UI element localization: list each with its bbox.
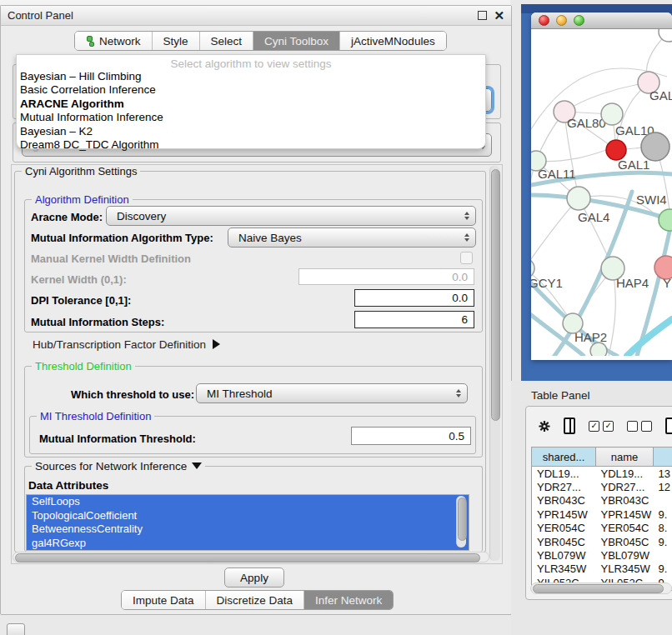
tab-discretize-data[interactable]: Discretize Data (206, 591, 305, 609)
settings-vscrollbar-thumb[interactable] (491, 169, 500, 421)
kernel-width-field[interactable]: 0.0 (298, 268, 474, 285)
table-column-header[interactable]: shared... (532, 448, 596, 467)
select-all-columns-icon[interactable]: ✓✓ (589, 421, 614, 432)
apply-button[interactable]: Apply (224, 568, 284, 588)
table-cell[interactable]: YER054C (596, 522, 654, 535)
tab-impute-data[interactable]: Impute Data (122, 591, 206, 609)
deselect-all-columns-icon[interactable] (627, 421, 652, 432)
hub-definition-toggle[interactable]: Hub/Transcription Factor Definition (33, 338, 220, 351)
highlighted-edge[interactable] (627, 319, 672, 356)
sources-toggle[interactable]: Sources for Network Inference (32, 460, 205, 472)
table-cell[interactable]: YPR145W (596, 508, 654, 521)
table-cell[interactable]: YER054C (532, 522, 596, 535)
table-row[interactable]: YBR043CYBR043C (532, 494, 672, 508)
dpi-tolerance-field[interactable]: 0.0 (354, 289, 474, 307)
network-view-frame: GALGAL80GAL10GAL1GAL11GAL4SWI4GCY1HAP4YH… (521, 4, 672, 381)
aracne-mode-combobox[interactable]: Discovery (106, 206, 476, 226)
network-window-titlebar[interactable] (531, 12, 672, 29)
mi-algorithm-type-combobox[interactable]: Naive Bayes (228, 228, 476, 248)
settings-hscrollbar-thumb[interactable] (15, 553, 480, 562)
network-node-swi4[interactable] (659, 209, 672, 231)
zoom-traffic-light-icon[interactable] (574, 15, 584, 26)
table-row[interactable]: YER054CYER054C8. (532, 522, 672, 535)
table-cell[interactable]: 9. (654, 562, 672, 576)
table-cell[interactable]: 12 (654, 480, 672, 493)
mi-threshold-field[interactable]: 0.5 (351, 427, 471, 445)
close-icon[interactable]: ✕ (494, 12, 504, 20)
table-cell[interactable]: YDR27... (596, 480, 654, 493)
table-cell[interactable]: 8. (654, 522, 672, 535)
table-cell[interactable]: YDL19... (532, 467, 596, 481)
stepper-icon (464, 233, 469, 242)
which-threshold-combobox[interactable]: MI Threshold (196, 383, 468, 403)
table-cell[interactable]: YBR043C (532, 494, 596, 508)
table-cell[interactable]: YPR145W (532, 508, 596, 521)
tab-cyni-toolbox[interactable]: Cyni Toolbox (253, 32, 340, 50)
tab-select[interactable]: Select (200, 32, 254, 50)
table-cell[interactable]: YBR043C (596, 494, 654, 508)
table-cell[interactable]: YBR045C (596, 535, 654, 548)
mi-steps-field[interactable]: 6 (354, 311, 474, 328)
column-layout-icon[interactable] (564, 418, 575, 434)
table-row[interactable]: YDR27...YDR27...12 (532, 480, 672, 493)
close-traffic-light-icon[interactable] (539, 15, 549, 26)
table-cell[interactable]: 9. (654, 508, 672, 521)
table-row[interactable]: YPR145WYPR145W9. (532, 508, 672, 521)
minimize-traffic-light-icon[interactable] (556, 15, 567, 26)
attributes-list-scrollbar[interactable] (456, 496, 466, 548)
table-panel-title: Table Panel (531, 389, 590, 402)
tab-style[interactable]: Style (153, 32, 200, 50)
table-column-header[interactable]: name (596, 448, 654, 467)
table-cell[interactable]: YDR27... (532, 480, 596, 493)
gear-icon[interactable] (539, 418, 550, 434)
table-hscrollbar[interactable] (530, 582, 672, 594)
table-cell[interactable]: YBL079W (532, 548, 596, 562)
table-column-header[interactable]: A (654, 448, 672, 467)
table-cell[interactable]: YDL19... (596, 467, 654, 481)
table-cell[interactable]: 9. (654, 535, 672, 548)
algorithm-option[interactable]: ARACNE Algorithm (17, 98, 485, 111)
tab-jactivemnodules[interactable]: jActiveMNodules (340, 32, 446, 50)
data-attribute-item[interactable]: gal4RGexp (27, 537, 469, 551)
network-node-gal10[interactable] (601, 103, 623, 125)
algorithm-option[interactable]: Bayesian – K2 (17, 125, 485, 138)
tab-network[interactable]: Network (75, 32, 153, 50)
table-row[interactable]: YBR045CYBR045C9. (532, 535, 672, 548)
algorithm-option[interactable]: Basic Correlation Inference (17, 83, 485, 97)
table-cell[interactable] (654, 494, 672, 508)
table-cell[interactable]: 13 (654, 467, 672, 481)
export-table-icon[interactable] (665, 418, 672, 434)
table-cell[interactable]: YLR345W (596, 562, 654, 576)
control-panel-titlebar: Control Panel ✕ (1, 6, 511, 26)
network-canvas[interactable]: GALGAL80GAL10GAL1GAL11GAL4SWI4GCY1HAP4YH… (531, 29, 672, 356)
aracne-mode-value: Discovery (117, 210, 166, 222)
attributes-scrollbar-thumb[interactable] (458, 498, 467, 541)
algorithm-option[interactable]: Bayesian – Hill Climbing (17, 70, 485, 83)
table-cell[interactable]: YBL079W (596, 548, 654, 562)
tab-infer-network[interactable]: Infer Network (304, 591, 393, 609)
node-label: GAL11 (538, 167, 576, 181)
table-row[interactable]: YBL079WYBL079W (532, 548, 672, 562)
table-cell[interactable] (654, 548, 672, 562)
table-toolbar: ✓✓ (526, 413, 672, 438)
network-node-gal4[interactable] (567, 187, 590, 210)
table-cell[interactable]: YLR345W (532, 562, 596, 576)
settings-vscrollbar[interactable] (489, 166, 500, 561)
data-attribute-item[interactable]: BetweennessCentrality (27, 522, 469, 537)
network-node[interactable] (590, 342, 607, 356)
data-attribute-item[interactable]: SelfLoops (27, 495, 469, 509)
float-window-icon[interactable] (478, 11, 487, 20)
application-root: Control Panel ✕ NetworkStyleSelectCyni T… (0, 0, 672, 635)
settings-hscrollbar[interactable] (13, 552, 489, 562)
manual-kernel-width-checkbox[interactable] (460, 252, 473, 264)
table-hscrollbar-thumb[interactable] (533, 584, 664, 593)
table-row[interactable]: YLR345WYLR345W9. (532, 562, 672, 576)
table-row[interactable]: YDL19...YDL19...13 (532, 467, 672, 481)
algorithm-option[interactable]: Mutual Information Inference (17, 111, 485, 124)
network-node[interactable] (641, 132, 669, 161)
table-cell[interactable]: YBR045C (532, 535, 596, 548)
algorithm-option[interactable]: Dream8 DC_TDC Algorithm (17, 138, 485, 152)
restore-panel-button[interactable] (7, 623, 25, 635)
data-attribute-item[interactable]: TopologicalCoefficient (27, 509, 469, 523)
network-view-window: GALGAL80GAL10GAL1GAL11GAL4SWI4GCY1HAP4YH… (531, 12, 672, 360)
